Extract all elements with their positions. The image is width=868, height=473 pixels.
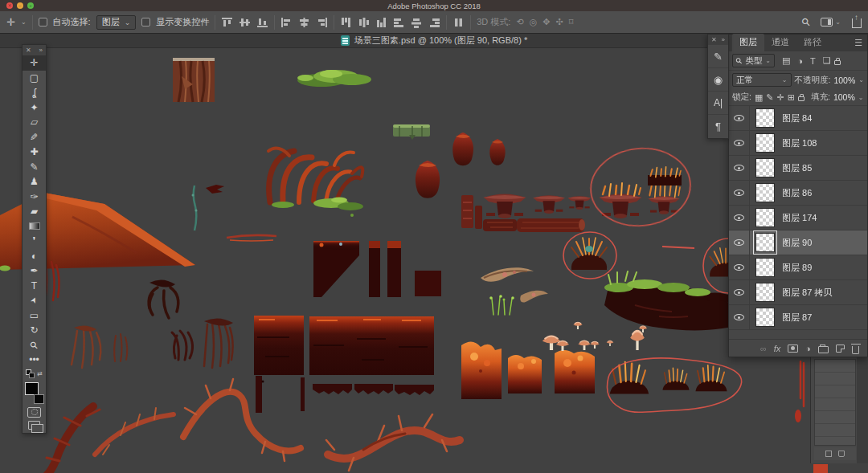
edit-toolbar-button[interactable]: ••• xyxy=(23,353,46,368)
asset-flame-grass[interactable] xyxy=(610,362,727,394)
layer-visibility-toggle[interactable] xyxy=(729,230,750,255)
auto-select-dropdown[interactable]: 图层 ⌄ xyxy=(96,15,137,30)
align-vcenter-button[interactable] xyxy=(239,17,251,28)
layer-row[interactable]: 图层 87 xyxy=(729,305,867,330)
quick-mask-button[interactable] xyxy=(27,407,41,418)
layer-row[interactable]: 图层 85 xyxy=(729,156,867,181)
show-transform-checkbox[interactable] xyxy=(141,18,150,27)
3d-rotate-icon[interactable]: ⟲ xyxy=(516,18,523,27)
asset-fallen-tree[interactable] xyxy=(604,271,749,330)
lasso-tool[interactable]: ʆ xyxy=(23,85,46,100)
layer-thumbnail[interactable] xyxy=(755,108,775,128)
3d-camera-icon[interactable]: ⌑ xyxy=(569,18,574,27)
asset-grass-clump[interactable] xyxy=(297,70,371,87)
fill-value[interactable]: 100% xyxy=(833,92,855,102)
foreground-color-swatch[interactable] xyxy=(25,382,39,395)
layer-visibility-toggle[interactable] xyxy=(729,305,750,329)
align-top-button[interactable] xyxy=(221,17,233,28)
shape-tool[interactable]: ▭ xyxy=(23,308,46,324)
lock-paint-icon[interactable]: ✎ xyxy=(766,92,773,103)
share-icon[interactable] xyxy=(852,18,862,28)
tab-channels[interactable]: 通道 xyxy=(764,34,796,51)
dodge-tool[interactable]: ◐ xyxy=(23,249,46,264)
tab-paths[interactable]: 路径 xyxy=(796,34,829,51)
filter-shape-layers-icon[interactable]: ❏ xyxy=(823,55,831,66)
adjustment-layer-icon[interactable]: ◑ xyxy=(805,344,811,353)
delete-layer-icon[interactable] xyxy=(852,346,859,354)
asset-mushrooms[interactable] xyxy=(542,322,647,351)
brush-tool[interactable]: ✎ xyxy=(23,160,46,175)
lock-transparent-icon[interactable]: ▦ xyxy=(755,92,763,103)
distribute-left-button[interactable] xyxy=(393,17,405,28)
default-colors-icon[interactable] xyxy=(26,369,35,378)
chevron-down-icon[interactable]: ⌄ xyxy=(858,94,864,101)
asset-floating-rocks[interactable] xyxy=(416,133,506,198)
layer-row[interactable]: 图层 174 xyxy=(729,206,867,230)
layer-visibility-toggle[interactable] xyxy=(729,255,750,279)
align-left-button[interactable] xyxy=(280,17,293,28)
pen-tool[interactable]: ✒ xyxy=(23,263,46,279)
asset-ground-tiles[interactable] xyxy=(254,316,434,413)
clone-stamp-tool[interactable]: ♟ xyxy=(23,174,46,190)
asset-dark-wing[interactable] xyxy=(206,185,224,194)
eraser-tool[interactable]: ▰ xyxy=(23,204,46,219)
character-panel-icon[interactable]: A| xyxy=(708,92,728,115)
layer-row[interactable]: 图层 90 xyxy=(729,230,867,255)
layer-visibility-toggle[interactable] xyxy=(729,280,750,304)
tab-layers[interactable]: 图层 xyxy=(732,34,764,51)
distribute-hcenter-button[interactable] xyxy=(411,17,423,28)
layer-visibility-toggle[interactable] xyxy=(729,156,750,180)
layer-row[interactable]: 图层 86 xyxy=(729,181,867,206)
align-bottom-button[interactable] xyxy=(256,17,268,28)
close-icon[interactable]: ✕ xyxy=(711,36,717,43)
gradient-tool[interactable] xyxy=(23,219,46,234)
color-swatches[interactable] xyxy=(23,382,46,404)
align-right-button[interactable] xyxy=(316,17,328,28)
collapse-icon[interactable]: » xyxy=(722,36,725,43)
type-tool[interactable]: T xyxy=(23,279,46,294)
crop-tool[interactable]: ▱ xyxy=(23,115,46,130)
trash-icon[interactable] xyxy=(838,451,845,457)
layer-thumbnail[interactable] xyxy=(755,283,775,302)
new-group-icon[interactable] xyxy=(818,346,829,353)
3d-roll-icon[interactable]: ◎ xyxy=(530,18,538,27)
close-icon[interactable]: ✕ xyxy=(26,47,31,54)
filter-smart-objects-icon[interactable] xyxy=(834,60,841,65)
healing-brush-tool[interactable]: ✚ xyxy=(23,145,46,160)
eyedropper-tool[interactable]: ✎ xyxy=(23,130,46,145)
lock-all-icon[interactable] xyxy=(798,96,805,101)
path-selection-tool[interactable]: ➤ xyxy=(23,293,46,308)
chevron-down-icon[interactable]: ⌄ xyxy=(858,76,864,84)
opacity-value[interactable]: 100% xyxy=(833,75,855,85)
asset-wedge-rock[interactable] xyxy=(313,241,359,297)
filter-type-layers-icon[interactable]: T xyxy=(810,56,816,66)
asset-root-clumps[interactable] xyxy=(35,259,233,368)
asset-horizontal-logs[interactable] xyxy=(483,218,585,232)
lock-artboard-icon[interactable]: ⊞ xyxy=(788,92,795,103)
layer-thumbnail[interactable] xyxy=(755,133,775,153)
asset-rock-strips[interactable] xyxy=(369,241,401,297)
panel-menu-icon[interactable]: ☰ xyxy=(850,38,867,51)
asset-lava-blocks[interactable] xyxy=(461,341,595,399)
chevron-down-icon[interactable]: ⌄ xyxy=(835,18,841,26)
layer-visibility-toggle[interactable] xyxy=(729,181,750,205)
blur-tool[interactable]: ❜ xyxy=(23,234,46,249)
3d-slide-icon[interactable]: ✣ xyxy=(555,18,563,27)
layer-thumbnail[interactable] xyxy=(755,258,775,277)
layer-thumbnail[interactable] xyxy=(755,208,775,227)
filter-adjustment-layers-icon[interactable]: ◑ xyxy=(797,56,803,66)
distribute-bottom-button[interactable] xyxy=(375,17,387,28)
asset-root-tentacles[interactable] xyxy=(268,149,362,202)
layer-thumbnail[interactable] xyxy=(755,308,775,327)
distribute-spacing-button[interactable] xyxy=(452,17,465,28)
filter-type-dropdown[interactable]: ⚲ 类型 ⌄ xyxy=(732,54,775,67)
filter-pixel-layers-icon[interactable]: ▤ xyxy=(782,55,790,66)
new-item-icon[interactable] xyxy=(825,451,832,457)
hand-tool[interactable]: ↻ xyxy=(23,323,46,338)
collapse-icon[interactable]: » xyxy=(39,47,43,54)
layer-visibility-toggle[interactable] xyxy=(729,131,750,155)
asset-dark-square[interactable] xyxy=(415,271,441,296)
zoom-tool[interactable]: ⚲ xyxy=(23,338,46,353)
lock-position-icon[interactable]: ✛ xyxy=(777,92,784,103)
layer-thumbnail[interactable] xyxy=(755,158,775,177)
